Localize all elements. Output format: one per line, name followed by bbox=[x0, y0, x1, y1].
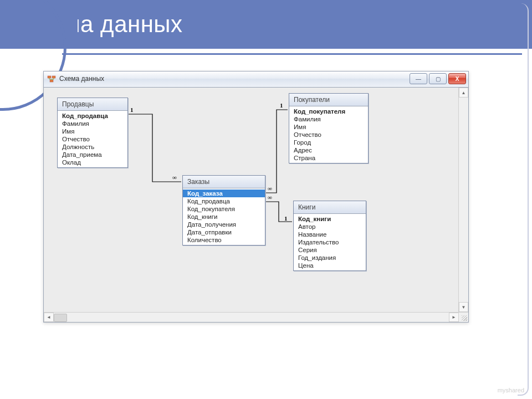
field-item[interactable]: Название bbox=[294, 231, 366, 238]
field-item[interactable]: Код_книги bbox=[294, 215, 366, 223]
field-item[interactable]: Должность bbox=[58, 143, 127, 151]
scroll-right-button[interactable]: ► bbox=[449, 313, 459, 322]
scroll-thumb[interactable] bbox=[54, 314, 67, 322]
title-band: Схема данных bbox=[0, 0, 532, 49]
field-item[interactable]: Код_продавца bbox=[58, 112, 127, 120]
window-title: Схема данных bbox=[59, 75, 104, 83]
field-item[interactable]: Имя bbox=[58, 127, 127, 135]
table-orders[interactable]: Заказы Код_заказаКод_продавцаКод_покупат… bbox=[182, 175, 265, 245]
table-buyers[interactable]: Покупатели Код_покупателяФамилияИмяОтчес… bbox=[289, 93, 369, 163]
vertical-scrollbar[interactable]: ▲ ▼ bbox=[458, 88, 468, 312]
table-sellers[interactable]: Продавцы Код_продавцаФамилияИмяОтчествоД… bbox=[57, 98, 128, 168]
cardinality-label: ∞ bbox=[172, 174, 177, 181]
field-item[interactable]: Имя bbox=[289, 123, 368, 131]
horizontal-scrollbar[interactable]: ◄ ► bbox=[44, 312, 459, 322]
field-item[interactable]: Отчество bbox=[289, 131, 368, 139]
table-books[interactable]: Книги Код_книгиАвторНазваниеИздательство… bbox=[293, 201, 366, 271]
slide-title: Схема данных bbox=[0, 0, 532, 49]
table-header[interactable]: Продавцы bbox=[58, 98, 127, 111]
field-item[interactable]: Серия bbox=[294, 246, 366, 254]
cardinality-label: 1 bbox=[280, 102, 283, 109]
window-titlebar[interactable]: Схема данных — ▢ X bbox=[44, 71, 468, 88]
slide: Схема данных myshared Схема данных — ▢ X… bbox=[0, 0, 532, 399]
field-item[interactable]: Адрес bbox=[289, 146, 368, 154]
field-item[interactable]: Дата_получения bbox=[183, 221, 265, 228]
table-header[interactable]: Книги bbox=[294, 201, 366, 214]
scroll-left-button[interactable]: ◄ bbox=[44, 313, 54, 322]
svg-rect-2 bbox=[50, 80, 53, 82]
resize-grip[interactable] bbox=[458, 312, 468, 322]
table-header[interactable]: Заказы bbox=[183, 176, 265, 188]
table-body: Код_покупателяФамилияИмяОтчествоГородАдр… bbox=[289, 106, 368, 163]
scroll-down-button[interactable]: ▼ bbox=[459, 302, 468, 312]
maximize-button[interactable]: ▢ bbox=[429, 73, 447, 84]
field-item[interactable]: Цена bbox=[294, 262, 366, 269]
field-item[interactable]: Издательство bbox=[294, 238, 366, 246]
close-icon: X bbox=[456, 76, 459, 82]
table-body: Код_продавцаФамилияИмяОтчествоДолжностьД… bbox=[58, 111, 127, 167]
field-item[interactable]: Отчество bbox=[58, 135, 127, 143]
svg-rect-0 bbox=[48, 76, 51, 78]
field-item[interactable]: Количество bbox=[183, 236, 265, 244]
table-body: Код_заказаКод_продавцаКод_покупателяКод_… bbox=[183, 188, 265, 245]
field-item[interactable]: Год_издания bbox=[294, 254, 366, 262]
table-header[interactable]: Покупатели bbox=[289, 94, 368, 106]
field-item[interactable]: Код_покупателя bbox=[183, 205, 265, 213]
maximize-icon: ▢ bbox=[436, 76, 441, 82]
app-icon bbox=[47, 74, 56, 83]
field-item[interactable]: Дата_приема bbox=[58, 151, 127, 158]
close-button[interactable]: X bbox=[448, 73, 466, 84]
field-item[interactable]: Фамилия bbox=[289, 115, 368, 123]
window-body[interactable]: 1 ∞ 1 ∞ 1 ∞ Продавцы Код_продавцаФамилия… bbox=[44, 88, 468, 312]
cardinality-label: ∞ bbox=[268, 185, 272, 192]
svg-rect-1 bbox=[52, 76, 55, 78]
watermark: myshared bbox=[498, 387, 524, 393]
field-item[interactable]: Страна bbox=[289, 154, 368, 162]
field-item[interactable]: Код_покупателя bbox=[289, 108, 368, 115]
decor-right-frame bbox=[518, 3, 529, 396]
minimize-icon: — bbox=[416, 76, 421, 82]
cardinality-label: 1 bbox=[130, 106, 134, 113]
field-item[interactable]: Дата_отправки bbox=[183, 228, 265, 236]
window-buttons: — ▢ X bbox=[410, 73, 466, 84]
field-item[interactable]: Оклад bbox=[58, 158, 127, 166]
schema-window: Схема данных — ▢ X 1 ∞ 1 ∞ 1 ∞ Продавцы … bbox=[43, 71, 469, 323]
decor-underline bbox=[62, 53, 522, 55]
field-item[interactable]: Автор bbox=[294, 223, 366, 231]
field-item[interactable]: Код_продавца bbox=[183, 197, 265, 205]
field-item[interactable]: Город bbox=[289, 139, 368, 146]
scroll-up-button[interactable]: ▲ bbox=[459, 88, 468, 98]
field-item[interactable]: Код_заказа bbox=[183, 190, 265, 197]
cardinality-label: 1 bbox=[284, 215, 288, 222]
minimize-button[interactable]: — bbox=[410, 73, 427, 84]
field-item[interactable]: Фамилия bbox=[58, 120, 127, 127]
cardinality-label: ∞ bbox=[268, 194, 272, 201]
table-body: Код_книгиАвторНазваниеИздательствоСерияГ… bbox=[294, 214, 366, 270]
field-item[interactable]: Код_книги bbox=[183, 213, 265, 221]
